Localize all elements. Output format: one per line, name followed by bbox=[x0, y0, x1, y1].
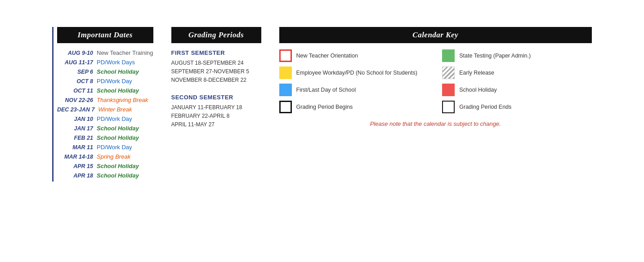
key-item: New Teacher Orientation bbox=[279, 49, 429, 62]
list-item: AUG 9-10New Teacher Training bbox=[57, 49, 153, 56]
key-item: Early Release bbox=[442, 67, 592, 79]
key-label: School Holiday bbox=[459, 86, 496, 93]
date-desc: PD/Work Day bbox=[97, 78, 132, 84]
key-swatch bbox=[442, 49, 455, 62]
first-semester-title: FIRST SEMESTER bbox=[171, 49, 261, 56]
key-swatch bbox=[442, 67, 455, 79]
second-semester-title: SECOND SEMESTER bbox=[171, 94, 261, 101]
calendar-note: Please note that the calendar is subject… bbox=[279, 120, 592, 127]
date-desc: School Holiday bbox=[97, 68, 139, 75]
date-desc: Winter Break bbox=[98, 106, 132, 113]
date-desc: School Holiday bbox=[97, 172, 139, 179]
date-desc: School Holiday bbox=[97, 134, 139, 141]
date-label: MAR 11 bbox=[57, 144, 93, 151]
key-item: First/Last Day of School bbox=[279, 84, 429, 96]
list-item: MAR 14-18Spring Break bbox=[57, 153, 153, 160]
list-item: JAN 10PD/Work Day bbox=[57, 115, 153, 122]
key-label: Grading Period Begins bbox=[296, 103, 353, 111]
date-label: OCT 11 bbox=[57, 88, 93, 94]
key-swatch bbox=[279, 67, 292, 79]
key-item: Grading Period Begins bbox=[279, 101, 429, 113]
date-desc: School Holiday bbox=[97, 87, 139, 94]
list-item: OCT 11School Holiday bbox=[57, 87, 153, 94]
date-desc: PD/Work Days bbox=[97, 59, 135, 66]
key-label: Early Release bbox=[459, 69, 494, 76]
date-label: APR 15 bbox=[57, 163, 93, 169]
key-label: Grading Period Ends bbox=[459, 103, 511, 111]
key-swatch bbox=[279, 49, 292, 62]
key-label: New Teacher Orientation bbox=[296, 52, 358, 59]
key-swatch bbox=[279, 101, 292, 113]
first-semester-dates: AUGUST 18-SEPTEMBER 24 SEPTEMBER 27-NOVE… bbox=[171, 59, 261, 85]
grading-periods-section: Grading Periods FIRST SEMESTER AUGUST 18… bbox=[171, 27, 261, 138]
list-item: DEC 23-JAN 7Winter Break bbox=[57, 106, 153, 113]
date-label: APR 18 bbox=[57, 173, 93, 179]
date-desc: Spring Break bbox=[97, 153, 130, 160]
key-swatch bbox=[442, 84, 455, 96]
date-label: JAN 10 bbox=[57, 116, 93, 122]
date-label: DEC 23-JAN 7 bbox=[57, 107, 94, 113]
list-item: AUG 11-17PD/Work Days bbox=[57, 59, 153, 66]
date-label: AUG 9-10 bbox=[57, 50, 93, 56]
key-item: State Testing (Paper Admin.) bbox=[442, 49, 592, 62]
key-swatch bbox=[279, 84, 292, 96]
list-item: OCT 8PD/Work Day bbox=[57, 78, 153, 84]
date-label: NOV 22-26 bbox=[57, 97, 93, 103]
date-desc: PD/Work Day bbox=[97, 115, 132, 122]
list-item: NOV 22-26Thanksgiving Break bbox=[57, 97, 153, 103]
date-desc: PD/Work Day bbox=[97, 144, 132, 151]
key-label: State Testing (Paper Admin.) bbox=[459, 52, 531, 59]
key-grid: New Teacher OrientationState Testing (Pa… bbox=[279, 49, 592, 113]
list-item: MAR 11PD/Work Day bbox=[57, 144, 153, 151]
date-label: JAN 17 bbox=[57, 125, 93, 132]
date-label: MAR 14-18 bbox=[57, 154, 93, 160]
date-desc: School Holiday bbox=[97, 125, 139, 132]
date-desc: School Holiday bbox=[97, 163, 139, 169]
grading-periods-header: Grading Periods bbox=[171, 27, 261, 43]
dates-list: AUG 9-10New Teacher TrainingAUG 11-17PD/… bbox=[57, 49, 153, 179]
date-label: AUG 11-17 bbox=[57, 59, 93, 66]
second-semester-dates: JANUARY 11-FEBRUARY 18 FEBRUARY 22-APRIL… bbox=[171, 103, 261, 129]
date-label: SEP 6 bbox=[57, 69, 93, 75]
key-label: Employee Workday/PD (No School for Stude… bbox=[296, 69, 417, 76]
important-dates-header: Important Dates bbox=[57, 27, 153, 43]
calendar-key-header: Calendar Key bbox=[279, 27, 592, 43]
calendar-key-section: Calendar Key New Teacher OrientationStat… bbox=[279, 27, 592, 127]
key-item: School Holiday bbox=[442, 84, 592, 96]
list-item: SEP 6School Holiday bbox=[57, 68, 153, 75]
list-item: JAN 17School Holiday bbox=[57, 125, 153, 132]
list-item: APR 18School Holiday bbox=[57, 172, 153, 179]
key-swatch bbox=[442, 101, 455, 113]
key-item: Grading Period Ends bbox=[442, 101, 592, 113]
list-item: APR 15School Holiday bbox=[57, 163, 153, 169]
key-label: First/Last Day of School bbox=[296, 86, 356, 93]
date-label: OCT 8 bbox=[57, 78, 93, 84]
date-label: FEB 21 bbox=[57, 135, 93, 141]
date-desc: New Teacher Training bbox=[97, 49, 153, 56]
key-item: Employee Workday/PD (No School for Stude… bbox=[279, 67, 429, 79]
list-item: FEB 21School Holiday bbox=[57, 134, 153, 141]
date-desc: Thanksgiving Break bbox=[97, 97, 148, 103]
page-container: Important Dates AUG 9-10New Teacher Trai… bbox=[52, 27, 592, 182]
important-dates-section: Important Dates AUG 9-10New Teacher Trai… bbox=[52, 27, 153, 182]
